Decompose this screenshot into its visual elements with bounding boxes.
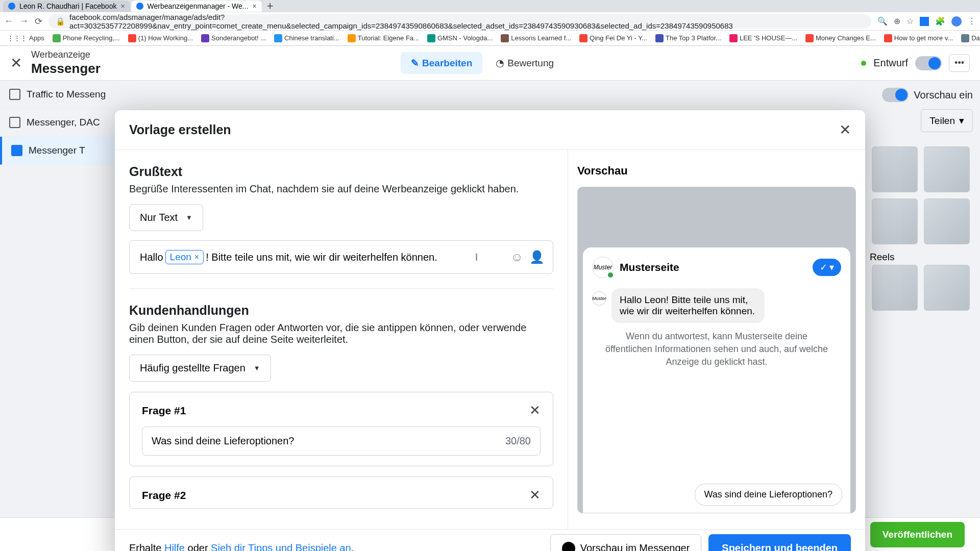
browser-tabs-bar: Leon R. Chaudhari | Facebook × Werbeanze… [0,0,980,12]
publish-button[interactable]: Veröffentlichen [870,522,965,547]
close-icon[interactable]: × [120,2,125,10]
bookmark-item[interactable]: How to get more v... [881,33,956,43]
chevron-down-icon: ▼ [254,364,260,372]
modal-preview-pane: Vorschau Muster Musterseite ✓ ▾ [568,150,865,529]
greeting-type-dropdown[interactable]: Nur Text ▼ [129,204,203,231]
greeting-message: Hallo Leon! Bitte teile uns mit, wie wir… [611,288,765,323]
confirm-badge[interactable]: ✓ ▾ [813,259,841,276]
tab-title: Leon R. Chaudhari | Facebook [19,2,116,10]
ad-type-label: Werbeanzeige [31,49,101,61]
suggested-reply[interactable]: Was sind deine Lieferoptionen? [695,484,843,506]
preview-thumb[interactable] [924,198,970,244]
review-button[interactable]: ◔ Bewertung [488,52,561,74]
name-variable-chip[interactable]: Leon × [165,250,204,264]
preview-thumb[interactable] [924,265,970,311]
browser-tab-0[interactable]: Leon R. Chaudhari | Facebook × [3,1,130,12]
text-cursor: I [475,252,478,263]
greeting-text: Hallo [140,252,163,263]
question-input[interactable]: Was sind deine Lieferoptionen? 30/80 [142,427,541,456]
close-icon[interactable]: ✕ [839,121,851,138]
phone-preview: Muster Musterseite ✓ ▾ Muster Hallo Le [577,187,856,513]
preview-thumb[interactable] [872,146,918,192]
bookmark-item[interactable]: Phone Recycling,... [50,33,123,43]
page-name: Musterseite [620,261,679,273]
url-bar-row: ← → ⟳ 🔒 facebook.com/adsmanager/manage/a… [0,12,980,31]
sidebar-item-ad[interactable]: Messenger T [0,137,122,165]
sidebar-item-campaign[interactable]: Traffic to Messeng [0,81,122,109]
bookmark-item[interactable]: Qing Fei De Yi - Y... [576,33,650,43]
question-text: Was sind deine Lieferoptionen? [152,435,294,447]
dropdown-value: Nur Text [140,212,178,223]
gauge-icon: ◔ [496,57,504,69]
more-menu-button[interactable]: ••• [949,54,970,72]
sidebar-label: Traffic to Messeng [27,89,106,100]
bookmark-item[interactable]: Tutorial: Eigene Fa... [345,33,422,43]
close-icon[interactable]: × [194,253,199,262]
edit-button[interactable]: ✎ Bearbeiten [401,52,482,74]
preview-messenger-button[interactable]: Vorschau im Messenger [550,534,702,552]
menu-icon[interactable]: ⋮ [968,16,976,26]
bookmark-item[interactable]: Chinese translati... [271,33,342,43]
new-tab-button[interactable]: + [263,0,278,13]
preview-title: Vorschau [577,164,856,178]
facebook-ext-icon[interactable] [920,17,929,26]
url-field[interactable]: 🔒 facebook.com/adsmanager/manage/ads/edi… [48,14,871,29]
bookmark-item[interactable]: (1) How Working... [125,33,196,43]
footer-text: Erhalte [129,542,164,551]
back-icon[interactable]: ← [4,16,13,27]
forward-icon[interactable]: → [19,16,29,27]
footer-text: . [351,542,354,551]
close-icon[interactable]: ✕ [10,55,22,71]
bookmark-item[interactable]: Datenschutz – Re... [958,33,980,43]
ads-manager-background: ✕ Werbeanzeige Messenger ✎ Bearbeiten ◔ … [0,46,980,551]
zoom-icon[interactable]: 🔍 [877,16,888,26]
question-card-2: Frage #2 ✕ [129,477,553,509]
sidebar-item-adset[interactable]: Messenger, DAC [0,109,122,137]
messenger-icon [562,542,575,552]
translate-icon[interactable]: ⊕ [894,16,900,26]
close-icon[interactable]: × [253,2,257,10]
apps-button[interactable]: ⋮⋮⋮Apps [4,33,47,43]
status-toggle[interactable] [915,56,942,70]
preview-toggle[interactable] [882,88,909,102]
ad-name: Messenger [31,61,101,77]
share-button[interactable]: Teilen▾ [921,109,973,132]
browser-tab-1[interactable]: Werbeanzeigenmanager - We... × [131,1,262,12]
status-dot [861,61,866,66]
bookmark-item[interactable]: Sonderangebot! ... [198,33,269,43]
edit-label: Bearbeiten [422,58,472,69]
bookmark-item[interactable]: Lessons Learned f... [498,33,574,43]
message-avatar: Muster [592,291,606,306]
ad-icon [11,145,22,156]
tips-link[interactable]: Sieh dir Tipps und Beispiele an [211,542,351,551]
preview-thumb[interactable] [872,198,918,244]
save-button[interactable]: Speichern und beenden [708,534,851,551]
close-icon[interactable]: ✕ [529,487,541,503]
bookmark-item[interactable]: The Top 3 Platfor... [652,33,724,43]
puzzle-icon[interactable]: 🧩 [935,16,945,26]
question-card-1: Frage #1 ✕ Was sind deine Lieferoptionen… [129,392,553,466]
person-icon[interactable]: 👤 [529,250,545,264]
close-icon[interactable]: ✕ [529,403,541,418]
preview-panel: Vorschau ein Teilen▾ Reels [863,81,980,322]
profile-icon[interactable] [951,16,962,27]
lock-icon: 🔒 [56,17,65,26]
help-link[interactable]: Hilfe [164,542,185,551]
emoji-icon[interactable]: ☺ [510,250,523,264]
dropdown-value: Häufig gestellte Fragen [140,362,246,374]
campaign-sidebar: Traffic to Messeng Messenger, DAC Messen… [0,81,122,165]
preview-thumb[interactable] [924,146,970,192]
chip-label: Leon [170,252,191,263]
preview-thumb[interactable] [872,265,918,311]
bookmark-item[interactable]: Money Changes E... [802,33,879,43]
bookmark-item[interactable]: LEE 'S HOUSE—... [726,33,800,43]
privacy-note: Wenn du antwortest, kann Musterseite dei… [592,330,841,369]
preview-toggle-label: Vorschau ein [914,89,973,101]
sidebar-label: Messenger, DAC [27,117,100,128]
actions-type-dropdown[interactable]: Häufig gestellte Fragen ▼ [129,355,271,382]
bookmark-item[interactable]: GMSN - Vologda... [424,33,496,43]
actions-title: Kundenhandlungen [129,303,553,318]
reload-icon[interactable]: ⟳ [35,16,42,27]
greeting-input[interactable]: Hallo Leon × ! Bitte teile uns mit, wie … [129,240,553,274]
star-icon[interactable]: ☆ [906,16,914,26]
